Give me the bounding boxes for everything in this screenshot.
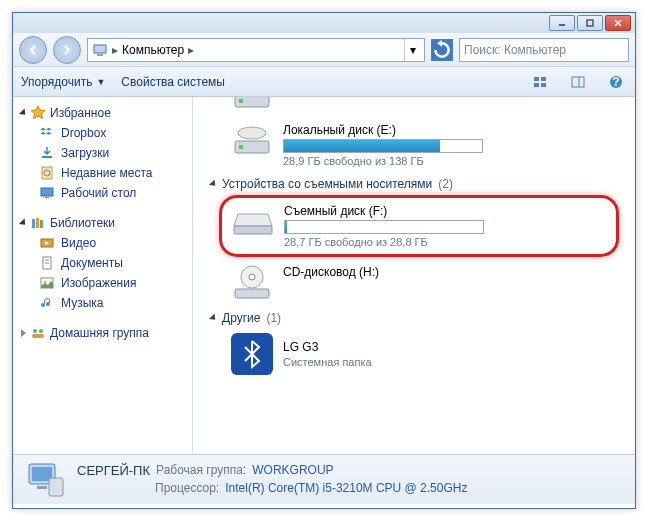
libraries-icon [30,215,46,231]
cpu-value: Intel(R) Core(TM) i5-3210M CPU @ 2.50GHz [225,480,467,497]
drive-c-partial[interactable]: 56,6 ГБ свободно из 99,9 ГБ [231,97,627,113]
sidebar: Избранное Dropbox Загрузки Недавние мест… [13,97,193,454]
lg-name: LG G3 [283,340,372,354]
computer-icon [92,42,108,58]
workgroup-label: Рабочая группа: [156,462,246,480]
removable-disk-icon [232,204,274,240]
content-pane: 56,6 ГБ свободно из 99,9 ГБ Локальный ди… [193,97,635,454]
svg-point-29 [39,329,43,333]
svg-rect-36 [234,226,272,234]
highlighted-removable-disk: Съемный диск (F:) 28,7 ГБ свободно из 28… [219,195,619,257]
nav-bar: ▸ Компьютер ▸ ▾ Поиск: Компьютер [13,33,635,67]
workgroup-value: WORKGROUP [252,462,333,480]
cpu-label: Процессор: [155,480,219,497]
svg-rect-6 [534,77,539,81]
breadcrumb-computer[interactable]: Компьютер [122,43,184,57]
device-lg-g3[interactable]: LG G3 Системная папка [231,333,627,375]
music-icon [39,295,55,311]
close-button[interactable] [605,15,631,31]
favorites-group[interactable]: Избранное [17,103,188,123]
drive-e-space: 28,9 ГБ свободно из 138 ГБ [283,155,627,167]
organize-menu[interactable]: Упорядочить ▼ [21,75,105,89]
computer-large-icon [23,460,67,500]
drive-cd[interactable]: CD-дисковод (H:) [231,265,627,301]
hdd-icon [231,123,273,159]
address-dropdown[interactable]: ▾ [404,39,420,61]
sidebar-item-music[interactable]: Музыка [17,293,188,313]
drive-cd-name: CD-дисковод (H:) [283,265,627,279]
titlebar [13,13,635,33]
svg-point-38 [249,274,255,280]
bluetooth-icon [231,333,273,375]
downloads-icon [39,145,55,161]
svg-rect-9 [541,83,546,87]
recent-icon [39,165,55,181]
refresh-button[interactable] [431,39,453,61]
svg-rect-21 [40,220,43,228]
drive-f-space: 28,7 ГБ свободно из 28,8 ГБ [284,236,606,248]
drive-f-name: Съемный диск (F:) [284,204,606,218]
svg-rect-35 [239,145,243,149]
svg-rect-1 [587,20,593,26]
breadcrumb-sep: ▸ [112,43,118,57]
svg-rect-43 [49,478,63,496]
help-button[interactable]: ? [605,71,627,93]
cd-drive-icon [231,265,273,301]
minimize-button[interactable] [549,15,575,31]
sidebar-item-desktop[interactable]: Рабочий стол [17,183,188,203]
maximize-button[interactable] [577,15,603,31]
video-icon [39,235,55,251]
svg-rect-32 [239,99,243,103]
svg-rect-18 [45,197,49,198]
hdd-icon [231,97,273,113]
status-bar: СЕРГЕЙ-ПК Рабочая группа: WORKGROUP Проц… [13,454,635,504]
svg-rect-42 [37,486,47,489]
drive-e-progress [283,139,483,153]
dropbox-icon [39,125,55,141]
explorer-window: ▸ Компьютер ▸ ▾ Поиск: Компьютер Упорядо… [12,12,636,509]
sidebar-item-video[interactable]: Видео [17,233,188,253]
svg-rect-30 [32,334,44,338]
drive-e[interactable]: Локальный диск (E:) 28,9 ГБ свободно из … [231,123,627,167]
svg-rect-5 [97,54,103,56]
svg-rect-20 [36,218,39,228]
lg-sub: Системная папка [283,356,372,368]
svg-point-33 [238,127,266,139]
drive-f-progress [284,220,484,234]
desktop-icon [39,185,55,201]
libraries-group[interactable]: Библиотеки [17,213,188,233]
search-input[interactable]: Поиск: Компьютер [459,38,629,62]
forward-button[interactable] [53,36,81,64]
documents-icon [39,255,55,271]
drive-f[interactable]: Съемный диск (F:) 28,7 ГБ свободно из 28… [232,204,606,248]
sidebar-item-dropbox[interactable]: Dropbox [17,123,188,143]
breadcrumb-sep: ▸ [188,43,194,57]
other-section-header[interactable]: Другие (1) [211,311,627,325]
homegroup-icon [30,325,46,341]
search-placeholder: Поиск: Компьютер [464,43,566,57]
svg-rect-8 [534,83,539,87]
sidebar-item-documents[interactable]: Документы [17,253,188,273]
system-properties-button[interactable]: Свойства системы [121,75,225,89]
star-icon [30,105,46,121]
pc-name: СЕРГЕЙ-ПК [77,462,150,480]
svg-rect-39 [235,289,269,298]
preview-pane-button[interactable] [567,71,589,93]
pictures-icon [39,275,55,291]
removable-section-header[interactable]: Устройства со съемными носителями (2) [211,177,627,191]
svg-rect-14 [42,156,52,158]
drive-e-name: Локальный диск (E:) [283,123,627,137]
address-bar[interactable]: ▸ Компьютер ▸ ▾ [87,38,425,62]
svg-point-28 [33,329,37,333]
svg-rect-17 [41,188,53,196]
back-button[interactable] [19,36,47,64]
svg-rect-4 [94,45,106,53]
sidebar-item-downloads[interactable]: Загрузки [17,143,188,163]
view-options-button[interactable] [529,71,551,93]
svg-rect-19 [32,219,35,228]
sidebar-item-pictures[interactable]: Изображения [17,273,188,293]
svg-rect-7 [541,77,546,81]
svg-text:?: ? [612,75,619,89]
homegroup-group[interactable]: Домашняя группа [17,323,188,343]
sidebar-item-recent[interactable]: Недавние места [17,163,188,183]
